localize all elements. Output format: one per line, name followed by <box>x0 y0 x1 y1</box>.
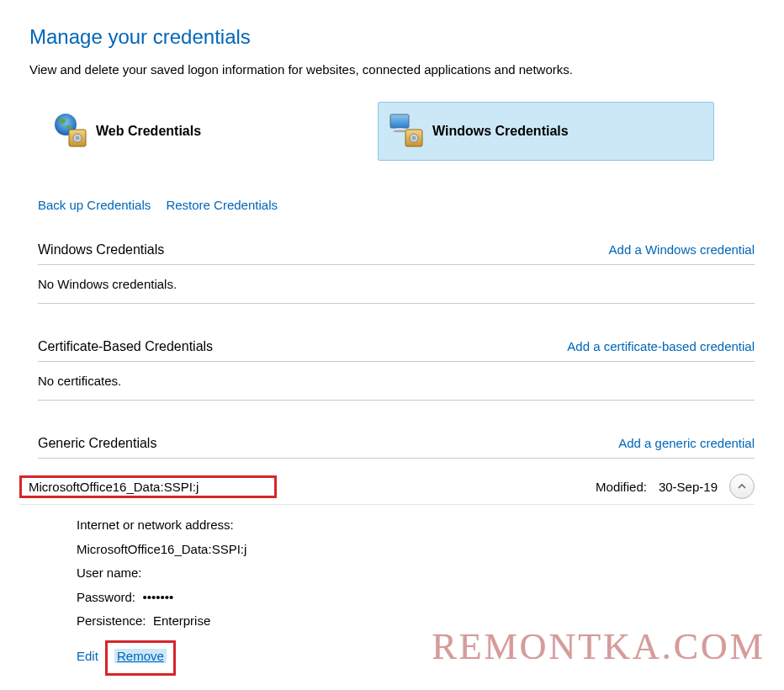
persistence-label: Persistence: <box>77 613 146 628</box>
remove-link[interactable]: Remove <box>114 649 167 663</box>
username-label: User name: <box>77 565 142 580</box>
persistence-value: Enterprise <box>153 613 210 628</box>
modified-label: Modified: <box>596 480 647 494</box>
collapse-toggle[interactable] <box>729 474 755 499</box>
credential-entry-row[interactable]: MicrosoftOffice16_Data:SSPI:j Modified: … <box>19 470 755 505</box>
section-windows-empty: No Windows credentials. <box>38 277 755 304</box>
svg-rect-7 <box>396 128 403 130</box>
section-generic: Generic Credentials Add a generic creden… <box>38 436 755 676</box>
section-cert-title: Certificate-Based Credentials <box>38 339 213 354</box>
credential-details: Internet or network address: MicrosoftOf… <box>77 513 755 676</box>
category-tabs: Web Credentials <box>41 102 755 161</box>
remove-highlight-box: Remove <box>105 640 176 677</box>
tab-windows-credentials[interactable]: Windows Credentials <box>378 102 714 161</box>
tab-windows-label: Windows Credentials <box>432 124 569 139</box>
page-title: Manage your credentials <box>29 25 755 49</box>
section-windows-title: Windows Credentials <box>38 242 164 257</box>
section-certificate: Certificate-Based Credentials Add a cert… <box>38 339 755 401</box>
address-value: MicrosoftOffice16_Data:SSPI:j <box>77 542 246 556</box>
svg-point-11 <box>412 136 416 141</box>
credential-entry-name: MicrosoftOffice16_Data:SSPI:j <box>19 475 277 498</box>
backup-link[interactable]: Back up Credentials <box>38 198 151 212</box>
action-links: Back up Credentials Restore Credentials <box>38 198 755 212</box>
svg-rect-8 <box>394 130 405 132</box>
add-cert-credential-link[interactable]: Add a certificate-based credential <box>567 339 755 353</box>
section-cert-empty: No certificates. <box>38 374 755 401</box>
svg-rect-6 <box>390 114 409 128</box>
add-generic-credential-link[interactable]: Add a generic credential <box>618 436 755 450</box>
password-value: ••••••• <box>142 590 173 604</box>
credential-entry-meta: Modified: 30-Sep-19 <box>596 474 755 499</box>
globe-safe-icon <box>50 111 91 151</box>
section-windows: Windows Credentials Add a Windows creden… <box>38 242 755 304</box>
monitor-safe-icon <box>387 111 427 151</box>
password-label: Password: <box>77 590 135 604</box>
edit-link[interactable]: Edit <box>77 649 98 663</box>
add-windows-credential-link[interactable]: Add a Windows credential <box>609 242 755 257</box>
tab-web-label: Web Credentials <box>96 124 201 139</box>
modified-value: 30-Sep-19 <box>659 480 718 494</box>
svg-point-2 <box>66 125 72 129</box>
tab-web-credentials[interactable]: Web Credentials <box>41 102 378 161</box>
svg-point-1 <box>59 119 66 124</box>
chevron-up-icon <box>736 480 748 492</box>
section-generic-title: Generic Credentials <box>38 436 156 451</box>
page-subtitle: View and delete your saved logon informa… <box>29 62 755 77</box>
address-label: Internet or network address: <box>77 518 234 532</box>
svg-point-5 <box>76 136 80 141</box>
restore-link[interactable]: Restore Credentials <box>166 198 278 212</box>
